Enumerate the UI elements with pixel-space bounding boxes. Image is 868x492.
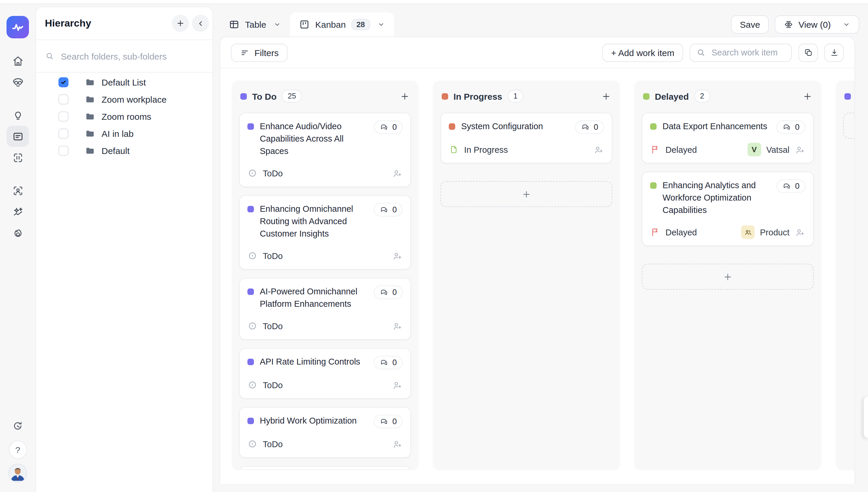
add-work-item-button[interactable]: + Add work item bbox=[602, 43, 683, 62]
person-add-icon[interactable] bbox=[392, 321, 403, 331]
person-add-icon[interactable] bbox=[795, 144, 805, 155]
add-work-item-placeholder[interactable] bbox=[843, 113, 855, 139]
folder-item[interactable]: Zoom workplace bbox=[36, 91, 213, 108]
notes-icon[interactable] bbox=[6, 126, 29, 147]
tab-kanban[interactable]: Kanban 28 bbox=[290, 13, 394, 36]
folder-item[interactable]: Zoom rooms bbox=[36, 108, 213, 125]
filters-button[interactable]: Filters bbox=[231, 43, 287, 62]
flame-icon[interactable] bbox=[6, 222, 29, 244]
hierarchy-panel: Hierarchy Default ListZoom workplaceZoom… bbox=[36, 6, 213, 492]
kanban-column-partial bbox=[836, 81, 855, 469]
comments-button[interactable]: 0 bbox=[576, 120, 604, 134]
folder-checkbox[interactable] bbox=[58, 112, 69, 122]
history-icon[interactable] bbox=[6, 415, 29, 437]
user-avatar[interactable] bbox=[8, 464, 27, 483]
tab-kanban-label: Kanban bbox=[315, 20, 346, 29]
comments-button[interactable]: 0 bbox=[374, 356, 403, 369]
add-card-button[interactable] bbox=[400, 91, 410, 101]
sidebar-search bbox=[36, 40, 213, 73]
person-add-icon[interactable] bbox=[593, 144, 604, 155]
board-toolbar: Filters + Add work item bbox=[220, 37, 854, 69]
folder-item[interactable]: Default List bbox=[36, 74, 213, 91]
work-item-card[interactable]: Hybrid Work Optimization0ToDo bbox=[239, 407, 411, 458]
work-item-card[interactable]: Enhancing Analytics and Workforce Optimi… bbox=[642, 172, 814, 246]
add-card-button[interactable] bbox=[601, 91, 611, 101]
nerd-face-icon[interactable] bbox=[6, 71, 29, 93]
card-title: Data Export Enhancements bbox=[662, 120, 771, 133]
folder-label: Zoom workplace bbox=[101, 94, 166, 104]
work-item-card[interactable]: API Rate Limiting Controls0ToDo bbox=[239, 348, 411, 399]
add-work-item-placeholder[interactable] bbox=[441, 181, 612, 207]
help-button[interactable]: ? bbox=[8, 441, 27, 459]
status-label: ToDo bbox=[263, 168, 283, 178]
folder-label: Default bbox=[101, 146, 130, 156]
work-item-type-square bbox=[650, 123, 657, 130]
save-button[interactable]: Save bbox=[731, 15, 769, 34]
person-add-icon[interactable] bbox=[392, 379, 403, 390]
work-item-card[interactable]: Data Export Enhancements0DelayedVVatsal bbox=[642, 113, 814, 164]
help-label: ? bbox=[15, 445, 20, 455]
comments-button[interactable]: 0 bbox=[777, 120, 805, 134]
comments-button[interactable]: 0 bbox=[374, 120, 403, 134]
chevron-down-icon bbox=[377, 21, 385, 28]
card-title: Enhancing Analytics and Workforce Optimi… bbox=[662, 179, 771, 217]
work-item-card[interactable]: Enhancing Omnichannel Routing with Advan… bbox=[239, 195, 411, 270]
comments-count: 0 bbox=[795, 182, 799, 191]
column-header: In Progress1 bbox=[441, 89, 612, 104]
folder-label: AI in lab bbox=[101, 129, 134, 139]
search-icon bbox=[696, 48, 706, 57]
work-item-type-square bbox=[248, 123, 254, 130]
lightbulb-icon[interactable] bbox=[6, 104, 29, 126]
work-item-card[interactable]: Enhance Audio/Video Capabilities Across … bbox=[239, 113, 411, 187]
download-button[interactable] bbox=[824, 43, 844, 62]
comments-button[interactable]: 0 bbox=[374, 286, 403, 299]
folder-item[interactable]: Default bbox=[36, 142, 213, 159]
status-record-icon bbox=[248, 251, 257, 261]
person-add-icon[interactable] bbox=[392, 439, 403, 449]
user-scan-icon[interactable] bbox=[6, 180, 29, 201]
comments-button[interactable]: 0 bbox=[777, 179, 805, 193]
sparkles-icon[interactable] bbox=[6, 201, 29, 222]
work-item-card[interactable]: AI-Powered Omnichannel Platform Enhancem… bbox=[239, 278, 411, 340]
comments-button[interactable]: 0 bbox=[374, 415, 403, 428]
tab-table[interactable]: Table bbox=[220, 13, 290, 36]
work-item-card[interactable]: System Configuration0In Progress bbox=[441, 113, 612, 164]
folder-checkbox[interactable] bbox=[58, 77, 69, 87]
collapse-sidebar-button[interactable] bbox=[192, 15, 209, 32]
person-add-icon[interactable] bbox=[392, 250, 403, 261]
sidebar-search-input[interactable] bbox=[60, 50, 204, 62]
person-add-icon[interactable] bbox=[795, 227, 805, 238]
status-record-icon bbox=[248, 380, 257, 390]
view-dropdown[interactable]: View (0) bbox=[775, 15, 860, 34]
folder-label: Default List bbox=[101, 77, 146, 87]
work-item-card[interactable]: API Integration and Rate0ToDo bbox=[239, 466, 411, 469]
work-item-search-input[interactable] bbox=[710, 47, 785, 58]
add-folder-button[interactable] bbox=[172, 15, 189, 32]
workflow-icon[interactable] bbox=[6, 147, 29, 168]
folder-item[interactable]: AI in lab bbox=[36, 125, 213, 142]
right-panel-handle[interactable] bbox=[863, 396, 868, 438]
column-color-square bbox=[844, 93, 851, 99]
column-color-square bbox=[643, 93, 650, 99]
card-title: Hybrid Work Optimization bbox=[260, 415, 368, 427]
chevron-down-icon bbox=[274, 21, 281, 28]
copy-button[interactable] bbox=[798, 43, 818, 62]
folder-checkbox[interactable] bbox=[58, 146, 69, 156]
person-add-icon[interactable] bbox=[392, 168, 403, 178]
app-logo[interactable] bbox=[6, 16, 29, 38]
assignee-chip[interactable]: V bbox=[748, 143, 761, 156]
folder-checkbox[interactable] bbox=[58, 94, 69, 104]
status-label: In Progress bbox=[464, 145, 508, 154]
folder-checkbox[interactable] bbox=[58, 129, 69, 139]
team-chip[interactable] bbox=[741, 225, 755, 239]
home-icon[interactable] bbox=[6, 50, 29, 71]
add-card-button[interactable] bbox=[802, 91, 813, 101]
status-file-icon bbox=[449, 145, 459, 154]
status-label: Delayed bbox=[665, 227, 697, 237]
add-work-item-placeholder[interactable] bbox=[642, 264, 814, 290]
view-label: View (0) bbox=[799, 20, 831, 29]
assignee-name: Product bbox=[760, 227, 790, 237]
comments-count: 0 bbox=[392, 205, 397, 214]
card-title: API Rate Limiting Controls bbox=[260, 356, 368, 368]
comments-button[interactable]: 0 bbox=[374, 203, 403, 217]
